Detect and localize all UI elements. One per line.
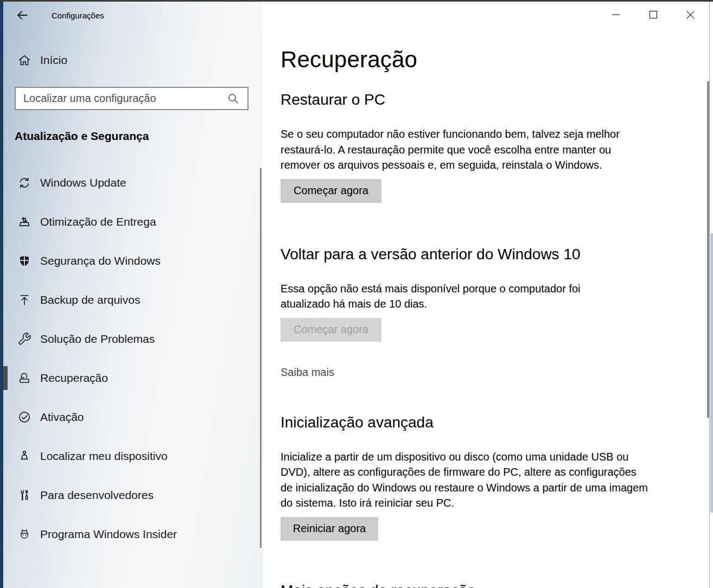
sidebar-item-windows-security[interactable]: Segurança do Windows [0,241,263,280]
sidebar-item-label: Para desenvolvedores [40,489,154,502]
close-icon [686,10,695,20]
window-left-edge [0,2,3,588]
app-title: Configurações [52,11,104,20]
sidebar-item-label: Recuperação [40,372,108,385]
reiniciar-agora-button[interactable]: Reiniciar agora [281,517,378,541]
troubleshoot-icon [17,332,31,346]
sidebar-item-windows-insider[interactable]: Programa Windows Insider [0,515,263,554]
sidebar-item-home[interactable]: Início [0,49,263,71]
sidebar-item-label: Segurança do Windows [40,254,161,267]
section-go-back: Voltar para a versão anterior do Windows… [281,245,709,379]
maximize-button[interactable] [634,2,672,28]
sidebar-item-find-device[interactable]: Localizar meu dispositivo [0,437,263,476]
sidebar-scrollbar[interactable] [260,168,262,548]
sidebar-group-title: Atualização e Segurança [15,130,263,143]
maximize-icon [649,10,658,19]
section-body: Se o seu computador não estiver funciona… [281,126,650,173]
close-button[interactable] [672,2,709,28]
sidebar-item-backup[interactable]: Backup de arquivos [0,280,263,319]
settings-window: Configurações Início Atualização e Segur… [0,0,713,588]
sidebar-item-developers[interactable]: Para desenvolvedores [0,476,263,515]
top-window-strip [0,0,713,2]
delivery-optimization-icon [17,215,31,229]
minimize-icon [612,10,620,19]
section-heading: Mais opções de recuperação [281,581,709,588]
selected-item-marker [3,366,8,390]
desktop-edge-strip [709,2,713,588]
minimize-button[interactable] [597,2,634,28]
back-button[interactable] [15,8,29,22]
backup-icon [17,293,31,307]
home-icon [17,53,31,67]
sidebar-item-label: Solução de Problemas [40,333,155,346]
window-controls [597,2,709,28]
activation-icon [17,410,31,424]
restaurar-comecar-agora-button[interactable]: Começar agora [281,179,381,203]
main-scrollbar[interactable] [707,81,709,418]
voltar-comecar-agora-button-disabled[interactable]: Começar agora [281,318,381,342]
section-advanced-startup: Inicialização avançada Inicialize a part… [281,413,709,541]
sidebar-item-label: Ativação [40,411,84,424]
section-more-recovery-options: Mais opções de recuperação [281,581,709,588]
sidebar-item-troubleshoot[interactable]: Solução de Problemas [0,319,263,359]
titlebar-left: Configurações [0,2,263,29]
page-title: Recuperação [281,47,709,72]
desktop-wallpaper-sliver [710,233,713,513]
section-body: Inicialize a partir de um dispositivo ou… [281,449,648,511]
sidebar-item-activation[interactable]: Ativação [0,398,263,437]
find-device-icon [17,449,31,463]
section-body: Essa opção não está mais disponível porq… [281,281,617,312]
section-heading: Inicialização avançada [281,413,709,432]
search-input[interactable] [16,88,227,109]
recovery-icon [17,371,31,385]
section-heading: Voltar para a versão anterior do Windows… [281,245,709,264]
recovery-content: Recuperação Restaurar o PC Se o seu comp… [263,2,709,588]
search-box [15,87,249,110]
sidebar-item-delivery-optimization[interactable]: Otimização de Entrega [0,202,263,241]
windows-security-icon [17,254,31,268]
windows-insider-icon [17,527,31,541]
windows-update-icon [17,176,31,190]
sidebar-item-windows-update[interactable]: Windows Update [0,163,263,202]
sidebar-item-label: Backup de arquivos [40,293,140,306]
sidebar-item-label: Início [40,54,67,67]
sidebar-nav: Windows Update Otimização de Entrega [0,163,263,554]
section-heading: Restaurar o PC [281,91,709,109]
saiba-mais-link[interactable]: Saiba mais [281,366,334,379]
sidebar-item-label: Otimização de Entrega [40,215,156,228]
main-panel: Recuperação Restaurar o PC Se o seu comp… [263,2,709,588]
settings-sidebar: Configurações Início Atualização e Segur… [0,2,263,588]
back-arrow-icon [15,8,29,22]
section-reset-pc: Restaurar o PC Se o seu computador não e… [281,91,709,203]
sidebar-item-label: Programa Windows Insider [40,528,177,541]
sidebar-item-recovery[interactable]: Recuperação [0,359,263,398]
search-icon [227,92,240,105]
sidebar-item-label: Windows Update [40,176,126,189]
developers-icon [17,488,31,502]
sidebar-item-label: Localizar meu dispositivo [40,450,168,463]
